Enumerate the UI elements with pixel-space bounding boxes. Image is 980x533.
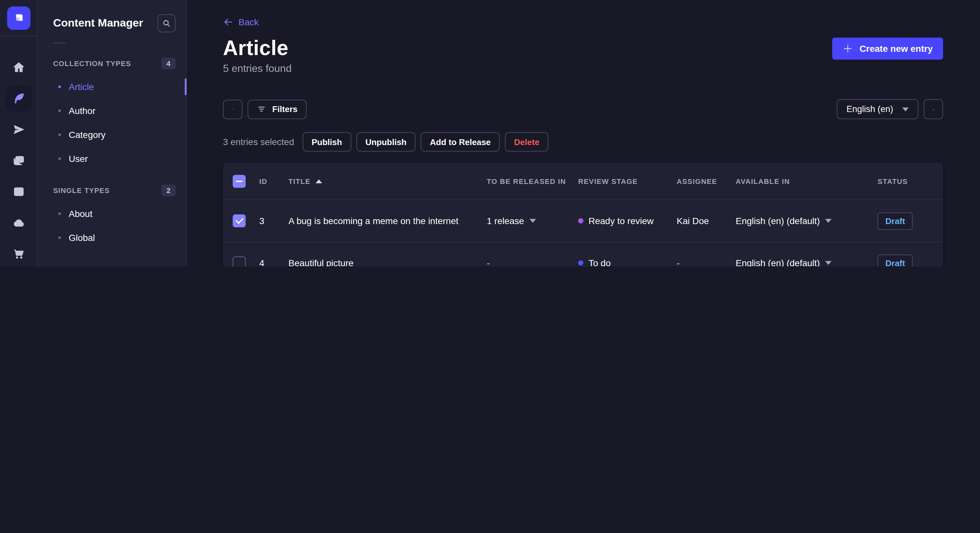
gear-icon xyxy=(933,104,934,114)
table-row[interactable]: 4Beautiful picture-To do-English (en) (d… xyxy=(223,241,943,266)
chevron-down-icon xyxy=(902,107,909,111)
single-types-count-badge: 2 xyxy=(161,185,176,196)
row-id: 3 xyxy=(259,216,288,226)
view-settings-button[interactable] xyxy=(924,99,943,119)
row-title: A bug is becoming a meme on the internet xyxy=(288,216,487,226)
sidebar-item-user[interactable]: User xyxy=(38,146,186,170)
sidebar-item-label: Author xyxy=(69,105,95,116)
publish-button[interactable]: Publish xyxy=(302,132,351,152)
selection-summary: 3 entries selected xyxy=(223,136,294,147)
column-header-available[interactable]: AVAILABLE IN xyxy=(736,177,878,185)
row-assignee: Kai Doe xyxy=(677,216,736,226)
single-types-section: SINGLE TYPES 2 About Global xyxy=(38,185,186,249)
stage-dot-icon xyxy=(578,218,583,224)
collection-types-count-badge: 4 xyxy=(161,58,176,69)
row-locale-dropdown[interactable]: English (en) (default) xyxy=(736,216,878,226)
sidebar-divider xyxy=(53,43,66,43)
table-row[interactable]: 3A bug is becoming a meme on the interne… xyxy=(223,200,943,241)
home-icon[interactable] xyxy=(5,54,32,80)
filters-button[interactable]: Filters xyxy=(248,99,307,119)
row-locale-dropdown[interactable]: English (en) (default) xyxy=(736,258,878,266)
delete-button[interactable]: Delete xyxy=(505,132,548,152)
releases-icon[interactable] xyxy=(5,117,32,143)
row-release: - xyxy=(487,258,578,266)
sidebar-item-category[interactable]: Category xyxy=(38,122,186,146)
table-body: 3A bug is becoming a meme on the interne… xyxy=(223,200,943,266)
filter-icon xyxy=(257,104,266,114)
chevron-down-icon xyxy=(825,219,832,223)
bullet-icon xyxy=(58,236,61,239)
row-id: 4 xyxy=(259,258,288,266)
bullet-icon xyxy=(58,85,61,88)
entries-table: ID TITLE TO BE RELEASED IN REVIEW STAGE … xyxy=(223,163,943,266)
bullet-icon xyxy=(58,133,61,136)
column-header-stage[interactable]: REVIEW STAGE xyxy=(578,177,677,185)
entries-count-text: 5 entries found xyxy=(223,63,943,75)
collection-types-section: COLLECTION TYPES 4 Article Author Catego… xyxy=(38,58,186,170)
search-icon xyxy=(232,104,233,114)
row-title: Beautiful picture xyxy=(288,258,487,266)
sidebar-item-article[interactable]: Article xyxy=(38,75,186,98)
sidebar-item-label: Article xyxy=(69,81,94,92)
sidebar-item-about[interactable]: About xyxy=(38,201,186,225)
locale-select[interactable]: English (en) xyxy=(837,99,918,119)
strapi-logo-icon xyxy=(12,11,25,24)
sidebar-item-label: Global xyxy=(69,232,95,243)
sidebar-item-global[interactable]: Global xyxy=(38,225,186,249)
deploy-cloud-icon[interactable] xyxy=(5,210,32,236)
sidebar-title: Content Manager xyxy=(53,17,143,30)
bullet-icon xyxy=(58,109,61,112)
table-header-row: ID TITLE TO BE RELEASED IN REVIEW STAGE … xyxy=(223,163,943,200)
column-header-assignee[interactable]: ASSIGNEE xyxy=(677,177,736,185)
main-nav-rail: KD xyxy=(0,0,38,266)
row-review-stage: To do xyxy=(578,258,677,266)
add-to-release-button[interactable]: Add to Release xyxy=(421,132,500,152)
rail-logo-area xyxy=(0,0,37,36)
sort-ascending-icon xyxy=(316,179,322,183)
sidebar-item-label: About xyxy=(69,208,92,219)
media-library-icon[interactable] xyxy=(5,148,32,174)
arrow-left-icon xyxy=(223,17,233,27)
unpublish-button[interactable]: Unpublish xyxy=(356,132,415,152)
search-entries-button[interactable] xyxy=(223,99,242,119)
chevron-down-icon xyxy=(529,219,536,223)
column-header-title[interactable]: TITLE xyxy=(288,177,487,185)
single-types-label: SINGLE TYPES xyxy=(53,187,110,194)
row-status: Draft xyxy=(878,212,943,230)
sidebar-search-button[interactable] xyxy=(158,14,176,32)
app-window: KD Content Manager COLLECTION TYPES 4 Ar… xyxy=(0,0,980,266)
page-title: Article xyxy=(223,36,288,60)
content-manager-sidebar: Content Manager COLLECTION TYPES 4 Artic… xyxy=(38,0,187,266)
rail-nav-items xyxy=(5,54,32,266)
row-checkbox[interactable] xyxy=(233,214,246,227)
sidebar-item-label: User xyxy=(69,153,88,163)
stage-dot-icon xyxy=(578,260,583,265)
select-all-checkbox[interactable] xyxy=(233,174,246,187)
row-checkbox[interactable] xyxy=(233,257,246,266)
plus-icon xyxy=(843,43,853,54)
content-manager-icon[interactable] xyxy=(5,86,32,111)
create-new-entry-button[interactable]: Create new entry xyxy=(832,37,943,59)
status-badge: Draft xyxy=(878,212,913,230)
collection-types-label: COLLECTION TYPES xyxy=(53,60,131,67)
marketplace-cart-icon[interactable] xyxy=(5,241,32,266)
strapi-logo[interactable] xyxy=(7,6,30,30)
status-badge: Draft xyxy=(878,254,913,266)
row-status: Draft xyxy=(878,254,943,266)
row-release-dropdown[interactable]: 1 release xyxy=(487,216,578,226)
bullet-icon xyxy=(58,212,61,215)
bullet-icon xyxy=(58,157,61,160)
column-header-release[interactable]: TO BE RELEASED IN xyxy=(487,177,578,185)
row-review-stage: Ready to review xyxy=(578,216,677,226)
column-header-id[interactable]: ID xyxy=(259,177,288,185)
sidebar-item-label: Category xyxy=(69,129,106,140)
chevron-down-icon xyxy=(825,261,832,265)
column-header-status[interactable]: STATUS xyxy=(878,177,943,185)
content-type-builder-icon[interactable] xyxy=(5,179,32,205)
sidebar-item-author[interactable]: Author xyxy=(38,98,186,122)
main-content: Back Article Create new entry 5 entries … xyxy=(187,0,980,266)
back-link[interactable]: Back xyxy=(223,17,259,27)
row-assignee: - xyxy=(677,258,736,266)
search-icon xyxy=(162,19,171,28)
